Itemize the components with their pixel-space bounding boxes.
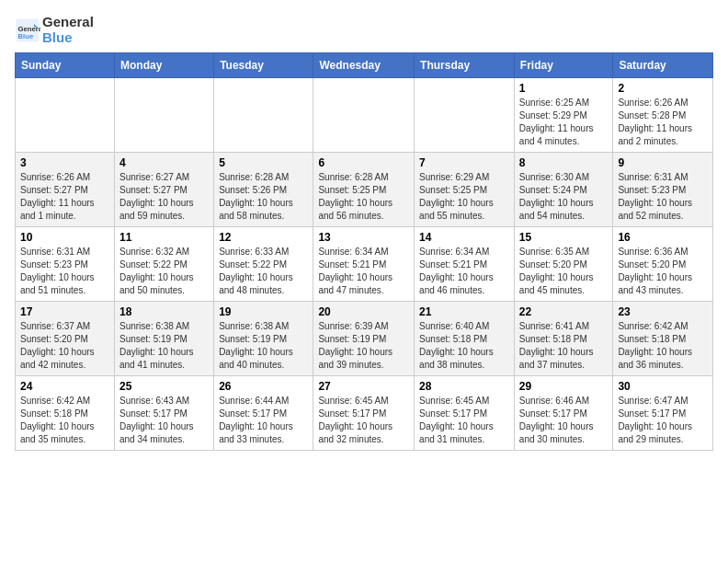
day-cell: 21Sunrise: 6:40 AM Sunset: 5:18 PM Dayli… — [415, 302, 515, 376]
day-info: Sunrise: 6:32 AM Sunset: 5:22 PM Dayligh… — [119, 246, 209, 297]
day-number: 28 — [419, 380, 509, 393]
day-number: 29 — [519, 380, 609, 393]
day-cell: 8Sunrise: 6:30 AM Sunset: 5:24 PM Daylig… — [514, 153, 613, 227]
day-info: Sunrise: 6:26 AM Sunset: 5:28 PM Dayligh… — [618, 97, 708, 148]
day-info: Sunrise: 6:31 AM Sunset: 5:23 PM Dayligh… — [20, 246, 109, 297]
day-info: Sunrise: 6:26 AM Sunset: 5:27 PM Dayligh… — [20, 171, 109, 223]
day-cell: 6Sunrise: 6:28 AM Sunset: 5:25 PM Daylig… — [313, 153, 415, 227]
day-info: Sunrise: 6:27 AM Sunset: 5:27 PM Dayligh… — [119, 171, 209, 223]
day-number: 23 — [618, 305, 708, 318]
day-number: 22 — [519, 305, 609, 318]
day-info: Sunrise: 6:38 AM Sunset: 5:19 PM Dayligh… — [219, 320, 308, 372]
day-info: Sunrise: 6:34 AM Sunset: 5:21 PM Dayligh… — [318, 246, 409, 297]
day-cell: 17Sunrise: 6:37 AM Sunset: 5:20 PM Dayli… — [16, 302, 115, 376]
day-number: 15 — [519, 231, 609, 244]
day-info: Sunrise: 6:39 AM Sunset: 5:19 PM Dayligh… — [318, 320, 409, 372]
day-cell: 23Sunrise: 6:42 AM Sunset: 5:18 PM Dayli… — [613, 302, 713, 376]
day-cell: 5Sunrise: 6:28 AM Sunset: 5:26 PM Daylig… — [214, 153, 313, 227]
day-info: Sunrise: 6:43 AM Sunset: 5:17 PM Dayligh… — [119, 395, 209, 446]
day-number: 1 — [519, 82, 609, 95]
day-number: 19 — [219, 305, 308, 318]
day-cell — [16, 78, 115, 153]
day-number: 27 — [318, 380, 409, 393]
week-row-2: 3Sunrise: 6:26 AM Sunset: 5:27 PM Daylig… — [16, 153, 713, 227]
svg-text:Blue: Blue — [18, 32, 34, 40]
day-number: 4 — [119, 156, 209, 169]
day-info: Sunrise: 6:38 AM Sunset: 5:19 PM Dayligh… — [119, 320, 209, 372]
day-info: Sunrise: 6:42 AM Sunset: 5:18 PM Dayligh… — [20, 395, 109, 446]
weekday-header-thursday: Thursday — [415, 53, 515, 78]
header: General Blue General Blue — [15, 15, 713, 45]
day-cell: 25Sunrise: 6:43 AM Sunset: 5:17 PM Dayli… — [114, 376, 213, 451]
day-info: Sunrise: 6:28 AM Sunset: 5:26 PM Dayligh… — [219, 171, 308, 223]
day-cell: 11Sunrise: 6:32 AM Sunset: 5:22 PM Dayli… — [114, 227, 213, 302]
day-info: Sunrise: 6:35 AM Sunset: 5:20 PM Dayligh… — [519, 246, 609, 297]
day-number: 30 — [618, 380, 708, 393]
day-number: 24 — [20, 380, 109, 393]
day-cell: 14Sunrise: 6:34 AM Sunset: 5:21 PM Dayli… — [415, 227, 515, 302]
day-cell: 28Sunrise: 6:45 AM Sunset: 5:17 PM Dayli… — [415, 376, 515, 451]
day-info: Sunrise: 6:30 AM Sunset: 5:24 PM Dayligh… — [519, 171, 609, 223]
day-number: 2 — [618, 82, 708, 95]
day-number: 11 — [119, 231, 209, 244]
day-number: 9 — [618, 156, 708, 169]
weekday-header-wednesday: Wednesday — [313, 53, 415, 78]
day-cell — [415, 78, 515, 153]
day-number: 12 — [219, 231, 308, 244]
day-cell: 18Sunrise: 6:38 AM Sunset: 5:19 PM Dayli… — [114, 302, 213, 376]
day-info: Sunrise: 6:28 AM Sunset: 5:25 PM Dayligh… — [318, 171, 409, 223]
day-number: 16 — [618, 231, 708, 244]
day-info: Sunrise: 6:42 AM Sunset: 5:18 PM Dayligh… — [618, 320, 708, 372]
day-info: Sunrise: 6:46 AM Sunset: 5:17 PM Dayligh… — [519, 395, 609, 446]
day-cell — [114, 78, 213, 153]
day-number: 5 — [219, 156, 308, 169]
day-cell: 29Sunrise: 6:46 AM Sunset: 5:17 PM Dayli… — [514, 376, 613, 451]
day-info: Sunrise: 6:40 AM Sunset: 5:18 PM Dayligh… — [419, 320, 509, 372]
day-cell: 24Sunrise: 6:42 AM Sunset: 5:18 PM Dayli… — [16, 376, 115, 451]
day-info: Sunrise: 6:37 AM Sunset: 5:20 PM Dayligh… — [20, 320, 109, 372]
day-cell: 1Sunrise: 6:25 AM Sunset: 5:29 PM Daylig… — [514, 78, 613, 153]
day-info: Sunrise: 6:45 AM Sunset: 5:17 PM Dayligh… — [318, 395, 409, 446]
week-row-5: 24Sunrise: 6:42 AM Sunset: 5:18 PM Dayli… — [16, 376, 713, 451]
calendar: SundayMondayTuesdayWednesdayThursdayFrid… — [15, 52, 713, 451]
weekday-header-monday: Monday — [114, 53, 213, 78]
day-info: Sunrise: 6:33 AM Sunset: 5:22 PM Dayligh… — [219, 246, 308, 297]
day-cell: 12Sunrise: 6:33 AM Sunset: 5:22 PM Dayli… — [214, 227, 313, 302]
day-info: Sunrise: 6:45 AM Sunset: 5:17 PM Dayligh… — [419, 395, 509, 446]
weekday-header-tuesday: Tuesday — [214, 53, 313, 78]
logo-icon: General Blue — [15, 17, 40, 43]
day-cell: 15Sunrise: 6:35 AM Sunset: 5:20 PM Dayli… — [514, 227, 613, 302]
day-info: Sunrise: 6:41 AM Sunset: 5:18 PM Dayligh… — [519, 320, 609, 372]
day-cell: 10Sunrise: 6:31 AM Sunset: 5:23 PM Dayli… — [16, 227, 115, 302]
weekday-header-saturday: Saturday — [613, 53, 713, 78]
day-number: 7 — [419, 156, 509, 169]
day-cell: 7Sunrise: 6:29 AM Sunset: 5:25 PM Daylig… — [415, 153, 515, 227]
day-number: 20 — [318, 305, 409, 318]
day-number: 8 — [519, 156, 609, 169]
day-cell: 30Sunrise: 6:47 AM Sunset: 5:17 PM Dayli… — [613, 376, 713, 451]
day-number: 26 — [219, 380, 308, 393]
day-info: Sunrise: 6:47 AM Sunset: 5:17 PM Dayligh… — [618, 395, 708, 446]
day-cell — [214, 78, 313, 153]
day-number: 18 — [119, 305, 209, 318]
day-number: 25 — [119, 380, 209, 393]
day-cell: 13Sunrise: 6:34 AM Sunset: 5:21 PM Dayli… — [313, 227, 415, 302]
week-row-1: 1Sunrise: 6:25 AM Sunset: 5:29 PM Daylig… — [16, 78, 713, 153]
week-row-4: 17Sunrise: 6:37 AM Sunset: 5:20 PM Dayli… — [16, 302, 713, 376]
day-number: 21 — [419, 305, 509, 318]
day-cell: 9Sunrise: 6:31 AM Sunset: 5:23 PM Daylig… — [613, 153, 713, 227]
day-cell: 27Sunrise: 6:45 AM Sunset: 5:17 PM Dayli… — [313, 376, 415, 451]
day-cell: 19Sunrise: 6:38 AM Sunset: 5:19 PM Dayli… — [214, 302, 313, 376]
day-info: Sunrise: 6:36 AM Sunset: 5:20 PM Dayligh… — [618, 246, 708, 297]
day-info: Sunrise: 6:31 AM Sunset: 5:23 PM Dayligh… — [618, 171, 708, 223]
weekday-header-sunday: Sunday — [16, 53, 115, 78]
day-number: 17 — [20, 305, 109, 318]
logo: General Blue General Blue — [15, 15, 94, 45]
day-number: 3 — [20, 156, 109, 169]
day-number: 6 — [318, 156, 409, 169]
day-cell: 16Sunrise: 6:36 AM Sunset: 5:20 PM Dayli… — [613, 227, 713, 302]
day-cell: 22Sunrise: 6:41 AM Sunset: 5:18 PM Dayli… — [514, 302, 613, 376]
day-info: Sunrise: 6:34 AM Sunset: 5:21 PM Dayligh… — [419, 246, 509, 297]
day-cell: 2Sunrise: 6:26 AM Sunset: 5:28 PM Daylig… — [613, 78, 713, 153]
day-info: Sunrise: 6:29 AM Sunset: 5:25 PM Dayligh… — [419, 171, 509, 223]
